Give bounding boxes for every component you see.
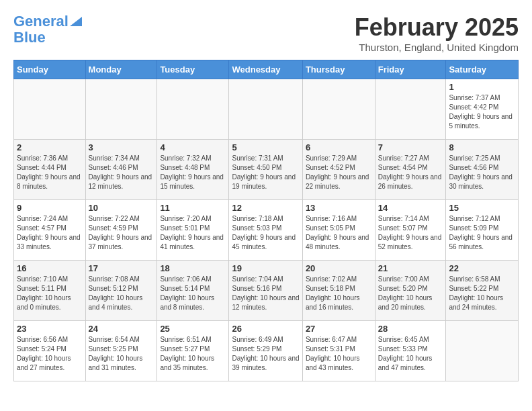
day-number: 13 bbox=[306, 203, 372, 213]
day-info: Sunrise: 7:06 AM Sunset: 5:14 PM Dayligh… bbox=[160, 275, 226, 312]
day-info: Sunrise: 6:56 AM Sunset: 5:24 PM Dayligh… bbox=[17, 335, 83, 373]
header-tuesday: Tuesday bbox=[157, 60, 229, 79]
calendar-cell: 22Sunrise: 6:58 AM Sunset: 5:22 PM Dayli… bbox=[446, 261, 519, 321]
day-number: 14 bbox=[378, 203, 443, 213]
header-saturday: Saturday bbox=[446, 60, 519, 79]
week-row-2: 2Sunrise: 7:36 AM Sunset: 4:44 PM Daylig… bbox=[14, 140, 519, 200]
day-number: 26 bbox=[232, 324, 299, 334]
day-number: 27 bbox=[306, 324, 372, 334]
logo-text: General bbox=[13, 13, 69, 30]
day-number: 22 bbox=[449, 263, 515, 273]
calendar-cell: 26Sunrise: 6:49 AM Sunset: 5:29 PM Dayli… bbox=[229, 321, 302, 381]
calendar-cell: 16Sunrise: 7:10 AM Sunset: 5:11 PM Dayli… bbox=[14, 261, 86, 321]
calendar-cell: 9Sunrise: 7:24 AM Sunset: 4:57 PM Daylig… bbox=[14, 200, 86, 261]
calendar-cell: 24Sunrise: 6:54 AM Sunset: 5:25 PM Dayli… bbox=[85, 321, 157, 381]
calendar-cell: 6Sunrise: 7:29 AM Sunset: 4:52 PM Daylig… bbox=[302, 140, 375, 200]
day-number: 24 bbox=[89, 324, 154, 334]
day-number: 1 bbox=[449, 82, 515, 92]
day-info: Sunrise: 7:25 AM Sunset: 4:56 PM Dayligh… bbox=[449, 154, 515, 191]
calendar-cell bbox=[85, 79, 157, 140]
day-info: Sunrise: 7:32 AM Sunset: 4:48 PM Dayligh… bbox=[160, 154, 226, 191]
calendar-cell: 20Sunrise: 7:02 AM Sunset: 5:18 PM Dayli… bbox=[302, 261, 375, 321]
header-thursday: Thursday bbox=[302, 60, 375, 79]
day-info: Sunrise: 7:24 AM Sunset: 4:57 PM Dayligh… bbox=[17, 214, 83, 252]
calendar-cell: 14Sunrise: 7:14 AM Sunset: 5:07 PM Dayli… bbox=[375, 200, 446, 261]
day-info: Sunrise: 7:18 AM Sunset: 5:03 PM Dayligh… bbox=[232, 214, 299, 252]
calendar-cell: 5Sunrise: 7:31 AM Sunset: 4:50 PM Daylig… bbox=[229, 140, 302, 200]
day-info: Sunrise: 7:16 AM Sunset: 5:05 PM Dayligh… bbox=[306, 214, 372, 252]
day-info: Sunrise: 7:27 AM Sunset: 4:54 PM Dayligh… bbox=[378, 154, 443, 191]
day-info: Sunrise: 7:04 AM Sunset: 5:16 PM Dayligh… bbox=[232, 275, 299, 312]
calendar-cell: 1Sunrise: 7:37 AM Sunset: 4:42 PM Daylig… bbox=[446, 79, 519, 140]
location: Thurston, England, United Kingdom bbox=[355, 42, 519, 53]
calendar-cell: 17Sunrise: 7:08 AM Sunset: 5:12 PM Dayli… bbox=[85, 261, 157, 321]
header-sunday: Sunday bbox=[14, 60, 86, 79]
day-number: 20 bbox=[306, 263, 372, 273]
day-info: Sunrise: 7:12 AM Sunset: 5:09 PM Dayligh… bbox=[449, 214, 515, 252]
day-info: Sunrise: 7:22 AM Sunset: 4:59 PM Dayligh… bbox=[89, 214, 154, 252]
month-title: February 2025 bbox=[355, 13, 519, 42]
day-number: 17 bbox=[89, 263, 154, 273]
header-friday: Friday bbox=[375, 60, 446, 79]
day-number: 12 bbox=[232, 203, 299, 213]
week-row-4: 16Sunrise: 7:10 AM Sunset: 5:11 PM Dayli… bbox=[14, 261, 519, 321]
calendar-cell: 27Sunrise: 6:47 AM Sunset: 5:31 PM Dayli… bbox=[302, 321, 375, 381]
day-info: Sunrise: 6:51 AM Sunset: 5:27 PM Dayligh… bbox=[160, 335, 226, 373]
day-number: 15 bbox=[449, 203, 515, 213]
day-info: Sunrise: 6:45 AM Sunset: 5:33 PM Dayligh… bbox=[378, 335, 443, 373]
header-wednesday: Wednesday bbox=[229, 60, 302, 79]
day-number: 19 bbox=[232, 263, 299, 273]
page-header: General Blue February 2025 Thurston, Eng… bbox=[13, 13, 519, 53]
day-info: Sunrise: 7:37 AM Sunset: 4:42 PM Dayligh… bbox=[449, 93, 515, 131]
calendar-cell: 13Sunrise: 7:16 AM Sunset: 5:05 PM Dayli… bbox=[302, 200, 375, 261]
calendar-cell bbox=[229, 79, 302, 140]
header-row: SundayMondayTuesdayWednesdayThursdayFrid… bbox=[14, 60, 519, 79]
calendar-cell bbox=[157, 79, 229, 140]
day-info: Sunrise: 7:10 AM Sunset: 5:11 PM Dayligh… bbox=[17, 275, 83, 312]
calendar-table: SundayMondayTuesdayWednesdayThursdayFrid… bbox=[13, 60, 519, 381]
calendar-cell: 21Sunrise: 7:00 AM Sunset: 5:20 PM Dayli… bbox=[375, 261, 446, 321]
calendar-cell bbox=[446, 321, 519, 381]
day-number: 16 bbox=[17, 263, 83, 273]
week-row-3: 9Sunrise: 7:24 AM Sunset: 4:57 PM Daylig… bbox=[14, 200, 519, 261]
day-info: Sunrise: 6:54 AM Sunset: 5:25 PM Dayligh… bbox=[89, 335, 154, 373]
calendar-cell: 3Sunrise: 7:34 AM Sunset: 4:46 PM Daylig… bbox=[85, 140, 157, 200]
day-number: 3 bbox=[89, 142, 154, 152]
calendar-cell: 8Sunrise: 7:25 AM Sunset: 4:56 PM Daylig… bbox=[446, 140, 519, 200]
day-info: Sunrise: 7:31 AM Sunset: 4:50 PM Dayligh… bbox=[232, 154, 299, 191]
calendar-cell bbox=[14, 79, 86, 140]
day-number: 4 bbox=[160, 142, 226, 152]
day-number: 18 bbox=[160, 263, 226, 273]
day-info: Sunrise: 7:34 AM Sunset: 4:46 PM Dayligh… bbox=[89, 154, 154, 191]
day-info: Sunrise: 7:08 AM Sunset: 5:12 PM Dayligh… bbox=[89, 275, 154, 312]
header-monday: Monday bbox=[85, 60, 157, 79]
day-info: Sunrise: 7:20 AM Sunset: 5:01 PM Dayligh… bbox=[160, 214, 226, 252]
logo-blue: Blue bbox=[13, 30, 82, 46]
logo-icon bbox=[70, 14, 82, 26]
calendar-cell: 25Sunrise: 6:51 AM Sunset: 5:27 PM Dayli… bbox=[157, 321, 229, 381]
week-row-5: 23Sunrise: 6:56 AM Sunset: 5:24 PM Dayli… bbox=[14, 321, 519, 381]
calendar-cell: 7Sunrise: 7:27 AM Sunset: 4:54 PM Daylig… bbox=[375, 140, 446, 200]
calendar-cell: 4Sunrise: 7:32 AM Sunset: 4:48 PM Daylig… bbox=[157, 140, 229, 200]
day-number: 23 bbox=[17, 324, 83, 334]
day-number: 7 bbox=[378, 142, 443, 152]
calendar-cell: 12Sunrise: 7:18 AM Sunset: 5:03 PM Dayli… bbox=[229, 200, 302, 261]
day-number: 5 bbox=[232, 142, 299, 152]
day-info: Sunrise: 6:47 AM Sunset: 5:31 PM Dayligh… bbox=[306, 335, 372, 373]
day-number: 11 bbox=[160, 203, 226, 213]
day-info: Sunrise: 6:58 AM Sunset: 5:22 PM Dayligh… bbox=[449, 275, 515, 312]
day-number: 21 bbox=[378, 263, 443, 273]
day-info: Sunrise: 7:29 AM Sunset: 4:52 PM Dayligh… bbox=[306, 154, 372, 191]
calendar-cell: 10Sunrise: 7:22 AM Sunset: 4:59 PM Dayli… bbox=[85, 200, 157, 261]
title-section: February 2025 Thurston, England, United … bbox=[355, 13, 519, 53]
calendar-cell bbox=[375, 79, 446, 140]
logo: General Blue bbox=[13, 13, 82, 46]
day-number: 28 bbox=[378, 324, 443, 334]
calendar-cell: 28Sunrise: 6:45 AM Sunset: 5:33 PM Dayli… bbox=[375, 321, 446, 381]
day-info: Sunrise: 7:36 AM Sunset: 4:44 PM Dayligh… bbox=[17, 154, 83, 191]
calendar-cell: 15Sunrise: 7:12 AM Sunset: 5:09 PM Dayli… bbox=[446, 200, 519, 261]
day-number: 10 bbox=[89, 203, 154, 213]
day-number: 25 bbox=[160, 324, 226, 334]
calendar-cell: 23Sunrise: 6:56 AM Sunset: 5:24 PM Dayli… bbox=[14, 321, 86, 381]
day-info: Sunrise: 7:14 AM Sunset: 5:07 PM Dayligh… bbox=[378, 214, 443, 252]
